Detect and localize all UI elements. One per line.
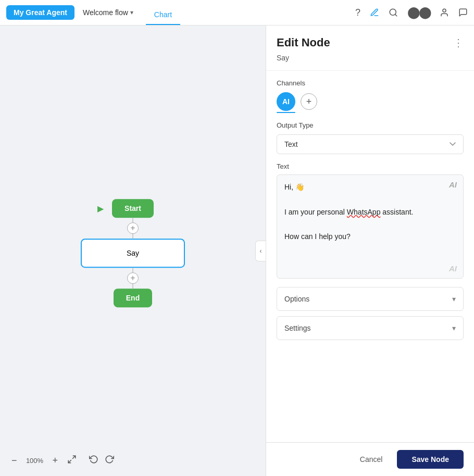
- text-area-container[interactable]: AI Hi, 👋 I am your personal WhatsApp ass…: [277, 174, 464, 279]
- tab-chart[interactable]: Chart: [146, 0, 180, 25]
- collapse-icon: ‹: [260, 247, 262, 255]
- output-type-label: Output Type: [277, 121, 464, 129]
- edit-icon[interactable]: [370, 8, 379, 17]
- chat-icon[interactable]: [458, 8, 468, 17]
- undo-redo-group: [87, 454, 116, 468]
- main-area: ▶ Start + Say + End ‹ − 100% +: [0, 26, 474, 476]
- flow-selector[interactable]: Welcome flow ▾: [83, 8, 133, 17]
- panel-header: Edit Node ⋮: [266, 26, 474, 54]
- connector-2: +: [132, 268, 133, 289]
- panel-body: Channels AI + Output Type Text Image Fil…: [266, 79, 474, 442]
- search-icon[interactable]: [389, 8, 398, 17]
- channels-row: AI +: [277, 92, 464, 111]
- settings-chevron-icon: ▾: [452, 324, 456, 332]
- zoom-level-label: 100%: [24, 457, 45, 465]
- ai-generate-icon-bottom[interactable]: AI: [449, 264, 457, 273]
- cancel-button[interactable]: Cancel: [352, 451, 391, 468]
- channels-label: Channels: [277, 79, 464, 87]
- undo-button[interactable]: [87, 454, 101, 468]
- panel-menu-button[interactable]: ⋮: [453, 36, 464, 49]
- help-icon[interactable]: ?: [355, 7, 360, 18]
- channel-ai-badge[interactable]: AI: [277, 92, 295, 111]
- collapse-panel-button[interactable]: ‹: [255, 241, 266, 261]
- end-node[interactable]: End: [114, 289, 152, 307]
- panel-subtitle: Say: [266, 54, 474, 70]
- svg-line-1: [395, 14, 396, 16]
- output-type-select[interactable]: Text Image File: [277, 134, 464, 154]
- agent-button[interactable]: My Great Agent: [6, 5, 74, 20]
- flow-canvas: ▶ Start + Say + End ‹ − 100% +: [0, 26, 266, 476]
- text-label: Text: [277, 162, 464, 170]
- panel-footer: Cancel Save Node: [266, 442, 474, 476]
- zoom-out-button[interactable]: −: [8, 454, 20, 467]
- flow-label: Welcome flow: [83, 8, 128, 17]
- channel-add-button[interactable]: +: [301, 93, 317, 110]
- settings-label: Settings: [284, 324, 311, 332]
- flow-nodes: ▶ Start + Say + End: [81, 199, 185, 307]
- options-collapsible[interactable]: Options ▾: [277, 287, 464, 311]
- header-tabs: Chart: [146, 0, 180, 25]
- play-icon: ▶: [97, 203, 104, 213]
- header: My Great Agent Welcome flow ▾ Chart ? ⬤⬤: [0, 0, 474, 26]
- add-button-1[interactable]: +: [127, 222, 139, 234]
- settings-collapsible[interactable]: Settings ▾: [277, 316, 464, 340]
- ai-generate-icon-top[interactable]: AI: [449, 180, 457, 189]
- svg-line-4: [68, 460, 71, 463]
- chevron-down-icon: ▾: [130, 9, 133, 16]
- svg-point-2: [443, 9, 446, 12]
- edit-node-panel: Edit Node ⋮ Say Channels AI + Output Typ…: [266, 26, 474, 476]
- say-node[interactable]: Say: [81, 239, 185, 268]
- options-label: Options: [284, 295, 309, 303]
- add-button-2[interactable]: +: [127, 272, 139, 284]
- panel-divider: [266, 70, 474, 71]
- panel-title: Edit Node: [277, 36, 330, 49]
- save-node-button[interactable]: Save Node: [397, 450, 464, 469]
- connector-1: +: [132, 218, 133, 239]
- text-content: Hi, 👋 I am your personal WhatsApp assist…: [284, 181, 456, 243]
- start-node[interactable]: Start: [112, 199, 154, 218]
- canvas-toolbar: − 100% +: [8, 454, 116, 468]
- svg-line-3: [73, 456, 76, 458]
- toggle-icon[interactable]: ⬤⬤: [407, 6, 430, 19]
- user-icon[interactable]: [440, 8, 449, 17]
- header-icons: ? ⬤⬤: [355, 6, 468, 19]
- fit-screen-button[interactable]: [65, 454, 79, 468]
- redo-button[interactable]: [103, 454, 116, 468]
- zoom-in-button[interactable]: +: [49, 454, 61, 467]
- options-chevron-icon: ▾: [452, 295, 456, 303]
